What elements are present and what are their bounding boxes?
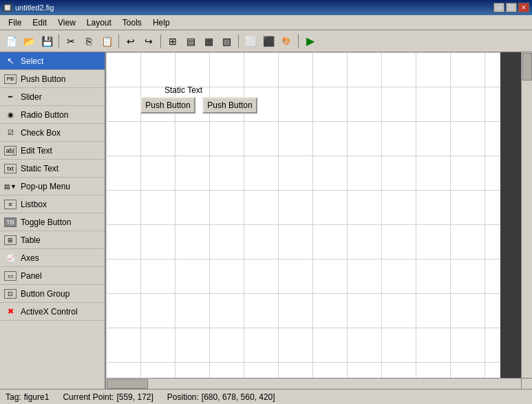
comp-select-label: Select <box>21 56 43 66</box>
comp-slider-label: Slider <box>21 92 42 102</box>
toggle2-button[interactable]: ⬛ <box>260 33 277 50</box>
axes-icon: 📈 <box>4 253 17 263</box>
button-group-icon: ⊡ <box>4 289 17 299</box>
menu-bar: File Edit View Layout Tools Help <box>0 15 532 30</box>
color-button[interactable]: 🎨 <box>278 33 295 50</box>
scrollbar-thumb-horizontal[interactable] <box>107 379 148 389</box>
group3-button[interactable]: ▧ <box>218 33 235 50</box>
tag-value: figure1 <box>24 392 50 402</box>
comp-activex-label: ActiveX Control <box>21 307 78 317</box>
toolbar-sep3 <box>160 34 161 48</box>
canvas-area[interactable]: Static Text Push Button Push Button <box>106 52 532 389</box>
menu-file[interactable]: File <box>3 17 27 29</box>
tag-section: Tag: figure1 <box>6 392 49 402</box>
table-icon: ⊞ <box>4 235 17 245</box>
paste-button[interactable]: 📋 <box>98 33 115 50</box>
position-label: Position: <box>167 392 199 402</box>
comp-table[interactable]: ⊞ Table <box>0 231 105 249</box>
menu-layout[interactable]: Layout <box>81 17 117 29</box>
toggle-button-icon: TB <box>4 217 17 227</box>
undo-button[interactable]: ↩ <box>123 33 139 50</box>
run-button[interactable]: ▶ <box>302 33 319 50</box>
window-title: untitled2.fig <box>15 3 54 12</box>
toggle1-button[interactable]: ⬜ <box>242 33 259 50</box>
edit-text-icon: ab| <box>4 146 17 156</box>
comp-edit-text[interactable]: ab| Edit Text <box>0 142 105 160</box>
slider-icon: ━ <box>4 92 17 102</box>
comp-axes[interactable]: 📈 Axes <box>0 249 105 267</box>
canvas-scrollbar-vertical[interactable] <box>521 52 532 378</box>
check-box-icon: ☑ <box>4 128 17 138</box>
current-point-section: Current Point: [559, 172] <box>63 392 153 402</box>
comp-check-box-label: Check Box <box>21 128 61 138</box>
close-button[interactable]: ✕ <box>518 3 529 12</box>
comp-popup-menu[interactable]: ▤▼ Pop-up Menu <box>0 178 105 195</box>
comp-activex[interactable]: ✖ ActiveX Control <box>0 303 105 321</box>
tag-label: Tag: <box>6 392 21 402</box>
menu-edit[interactable]: Edit <box>27 17 52 29</box>
canvas-push-button-1[interactable]: Push Button <box>140 97 195 114</box>
align-button[interactable]: ⊞ <box>164 33 181 50</box>
menu-view[interactable]: View <box>52 17 81 29</box>
comp-button-group[interactable]: ⊡ Button Group <box>0 285 105 303</box>
comp-check-box[interactable]: ☑ Check Box <box>0 124 105 142</box>
canvas-scrollbar-horizontal[interactable] <box>106 378 521 389</box>
select-icon: ↖ <box>4 56 17 66</box>
comp-push-button-label: Push Button <box>21 74 65 84</box>
comp-listbox[interactable]: ≡ Listbox <box>0 195 105 213</box>
comp-push-button[interactable]: PB Push Button <box>0 70 105 88</box>
main-area: ↖ Select PB Push Button ━ Slider ◉ Radio… <box>0 52 532 389</box>
position-value: [680, 678, 560, 420] <box>202 392 275 402</box>
component-panel: ↖ Select PB Push Button ━ Slider ◉ Radio… <box>0 52 106 389</box>
toolbar-sep4 <box>238 34 239 48</box>
popup-menu-icon: ▤▼ <box>4 182 17 191</box>
toolbar-sep5 <box>298 34 299 48</box>
activex-icon: ✖ <box>4 307 17 317</box>
listbox-icon: ≡ <box>4 200 17 209</box>
title-bar: 🔲 untitled2.fig ─ □ ✕ <box>0 0 532 15</box>
static-text-icon: txt <box>4 164 17 173</box>
cut-button[interactable]: ✂ <box>63 33 79 50</box>
comp-static-text-label: Static Text <box>21 164 58 173</box>
comp-axes-label: Axes <box>21 253 39 263</box>
radio-button-icon: ◉ <box>4 110 17 120</box>
comp-panel-label: Panel <box>21 271 42 281</box>
dark-panel <box>500 52 521 378</box>
current-point-value: [559, 172] <box>116 392 153 402</box>
toolbar-sep2 <box>118 34 119 48</box>
window-icon: 🔲 <box>3 3 12 12</box>
comp-panel[interactable]: ▭ Panel <box>0 267 105 285</box>
copy-button[interactable]: ⎘ <box>81 33 97 50</box>
scrollbar-thumb-vertical[interactable] <box>522 53 532 81</box>
title-bar-controls: ─ □ ✕ <box>493 3 529 12</box>
toolbar: 📄 📂 💾 ✂ ⎘ 📋 ↩ ↪ ⊞ ▤ ▦ ▧ ⬜ ⬛ 🎨 ▶ <box>0 30 532 52</box>
maximize-button[interactable]: □ <box>506 3 517 12</box>
panel-icon: ▭ <box>4 271 17 281</box>
menu-tools[interactable]: Tools <box>117 17 147 29</box>
push-button-icon: PB <box>4 74 17 84</box>
group2-button[interactable]: ▦ <box>200 33 217 50</box>
comp-edit-text-label: Edit Text <box>21 146 52 156</box>
toolbar-sep1 <box>58 34 59 48</box>
canvas-push-button-2[interactable]: Push Button <box>202 97 257 114</box>
title-bar-left: 🔲 untitled2.fig <box>3 3 54 12</box>
canvas-static-text: Static Text <box>164 85 202 95</box>
comp-popup-menu-label: Pop-up Menu <box>21 182 70 191</box>
scroll-corner <box>521 378 532 389</box>
comp-select[interactable]: ↖ Select <box>0 52 105 70</box>
save-button[interactable]: 💾 <box>39 33 55 50</box>
comp-radio-button-label: Radio Button <box>21 110 68 120</box>
open-button[interactable]: 📂 <box>21 33 37 50</box>
comp-button-group-label: Button Group <box>21 289 70 299</box>
redo-button[interactable]: ↪ <box>140 33 157 50</box>
comp-static-text[interactable]: txt Static Text <box>0 160 105 178</box>
comp-toggle-button-label: Toggle Button <box>21 217 71 227</box>
new-button[interactable]: 📄 <box>3 33 19 50</box>
comp-toggle-button[interactable]: TB Toggle Button <box>0 213 105 231</box>
comp-radio-button[interactable]: ◉ Radio Button <box>0 106 105 124</box>
position-section: Position: [680, 678, 560, 420] <box>167 392 275 402</box>
menu-help[interactable]: Help <box>147 17 175 29</box>
minimize-button[interactable]: ─ <box>493 3 504 12</box>
comp-slider[interactable]: ━ Slider <box>0 88 105 106</box>
group1-button[interactable]: ▤ <box>182 33 199 50</box>
